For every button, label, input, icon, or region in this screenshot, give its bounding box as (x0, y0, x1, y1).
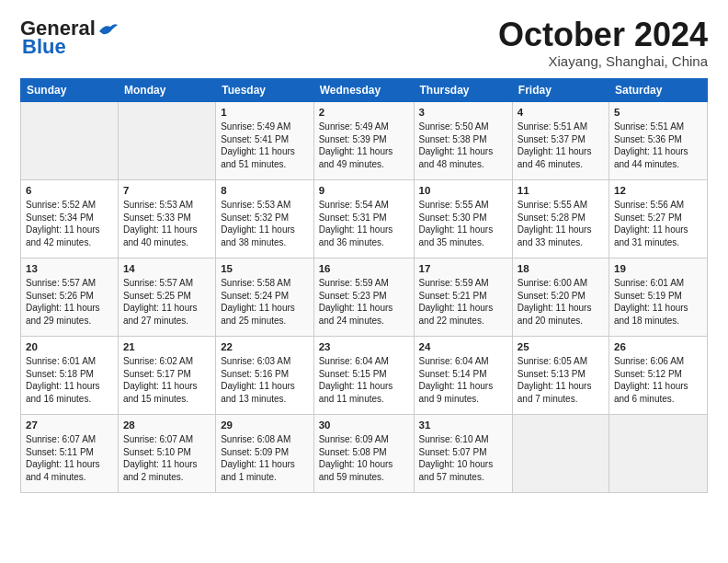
table-row: 13Sunrise: 5:57 AMSunset: 5:26 PMDayligh… (21, 258, 119, 336)
day-info: Daylight: 11 hours and 42 minutes. (26, 224, 113, 248)
logo-blue: Blue (22, 35, 66, 59)
day-info: Sunset: 5:28 PM (518, 212, 604, 224)
day-info: Sunset: 5:38 PM (419, 133, 507, 146)
col-tuesday: Tuesday (216, 78, 314, 101)
day-info: Sunrise: 6:09 AM (319, 433, 409, 446)
day-number: 30 (319, 419, 409, 433)
day-info: Sunrise: 5:55 AM (518, 199, 604, 212)
day-info: Sunset: 5:08 PM (319, 446, 409, 459)
day-info: Sunset: 5:11 PM (26, 446, 113, 459)
day-number: 14 (123, 262, 210, 277)
day-info: Daylight: 11 hours and 4 minutes. (26, 458, 113, 483)
day-info: Daylight: 11 hours and 35 minutes. (419, 224, 507, 248)
day-info: Sunset: 5:31 PM (319, 212, 409, 224)
table-row: 18Sunrise: 6:00 AMSunset: 5:20 PMDayligh… (512, 258, 609, 336)
calendar-week-row: 6Sunrise: 5:52 AMSunset: 5:34 PMDaylight… (21, 179, 708, 258)
day-number: 5 (614, 106, 702, 121)
day-info: Sunset: 5:30 PM (419, 212, 507, 224)
col-saturday: Saturday (609, 78, 707, 101)
table-row: 10Sunrise: 5:55 AMSunset: 5:30 PMDayligh… (414, 179, 512, 258)
day-info: Sunrise: 5:52 AM (26, 199, 113, 212)
table-row: 22Sunrise: 6:03 AMSunset: 5:16 PMDayligh… (216, 336, 314, 414)
day-info: Daylight: 11 hours and 44 minutes. (614, 145, 702, 170)
day-info: Sunrise: 5:57 AM (123, 277, 210, 290)
day-number: 7 (123, 184, 210, 199)
table-row: 15Sunrise: 5:58 AMSunset: 5:24 PMDayligh… (216, 258, 314, 336)
day-info: Sunrise: 5:50 AM (419, 121, 507, 133)
day-info: Daylight: 11 hours and 33 minutes. (518, 224, 604, 248)
day-info: Sunrise: 5:49 AM (221, 121, 309, 133)
day-number: 13 (26, 262, 113, 277)
table-row: 14Sunrise: 5:57 AMSunset: 5:25 PMDayligh… (118, 258, 215, 336)
table-row: 29Sunrise: 6:08 AMSunset: 5:09 PMDayligh… (216, 414, 314, 492)
table-row: 1Sunrise: 5:49 AMSunset: 5:41 PMDaylight… (216, 101, 314, 179)
day-info: Daylight: 11 hours and 9 minutes. (419, 380, 507, 405)
day-number: 17 (419, 262, 507, 277)
day-info: Daylight: 11 hours and 40 minutes. (123, 224, 210, 248)
calendar-header-row: Sunday Monday Tuesday Wednesday Thursday… (21, 78, 708, 101)
table-row: 27Sunrise: 6:07 AMSunset: 5:11 PMDayligh… (21, 414, 119, 492)
day-info: Daylight: 11 hours and 20 minutes. (518, 302, 604, 327)
location: Xiayang, Shanghai, China (498, 53, 708, 69)
day-info: Sunset: 5:07 PM (419, 446, 507, 459)
day-number: 18 (518, 262, 604, 277)
day-info: Daylight: 11 hours and 6 minutes. (614, 380, 702, 405)
day-number: 25 (518, 340, 604, 355)
table-row: 24Sunrise: 6:04 AMSunset: 5:14 PMDayligh… (414, 336, 512, 414)
day-info: Daylight: 10 hours and 57 minutes. (419, 458, 507, 483)
day-number: 21 (123, 340, 210, 355)
table-row: 21Sunrise: 6:02 AMSunset: 5:17 PMDayligh… (118, 336, 215, 414)
day-info: Daylight: 11 hours and 24 minutes. (319, 302, 409, 327)
day-number: 1 (221, 106, 309, 121)
day-info: Sunset: 5:10 PM (123, 446, 210, 459)
col-thursday: Thursday (414, 78, 512, 101)
day-info: Daylight: 11 hours and 48 minutes. (419, 145, 507, 170)
day-info: Daylight: 11 hours and 27 minutes. (123, 302, 210, 327)
day-number: 26 (614, 340, 702, 355)
day-number: 3 (419, 106, 507, 121)
header: General Blue October 2024 Xiayang, Shang… (20, 17, 708, 69)
day-info: Sunset: 5:18 PM (26, 368, 113, 381)
day-number: 29 (221, 419, 309, 433)
day-number: 11 (518, 184, 604, 199)
day-number: 27 (26, 419, 113, 433)
day-info: Sunrise: 6:05 AM (518, 355, 604, 368)
calendar-week-row: 13Sunrise: 5:57 AMSunset: 5:26 PMDayligh… (21, 258, 708, 336)
day-info: Sunset: 5:09 PM (221, 446, 309, 459)
table-row (609, 414, 707, 492)
day-number: 31 (419, 419, 507, 433)
day-info: Sunset: 5:39 PM (319, 133, 409, 146)
day-info: Sunset: 5:36 PM (614, 133, 702, 146)
day-info: Daylight: 11 hours and 38 minutes. (221, 224, 309, 248)
day-info: Sunset: 5:24 PM (221, 290, 309, 303)
table-row: 26Sunrise: 6:06 AMSunset: 5:12 PMDayligh… (609, 336, 707, 414)
day-info: Daylight: 11 hours and 49 minutes. (319, 145, 409, 170)
col-friday: Friday (512, 78, 609, 101)
calendar-week-row: 1Sunrise: 5:49 AMSunset: 5:41 PMDaylight… (21, 101, 708, 179)
day-info: Daylight: 11 hours and 25 minutes. (221, 302, 309, 327)
day-info: Daylight: 11 hours and 29 minutes. (26, 302, 113, 327)
day-info: Daylight: 11 hours and 15 minutes. (123, 380, 210, 405)
day-number: 2 (319, 106, 409, 121)
table-row: 12Sunrise: 5:56 AMSunset: 5:27 PMDayligh… (609, 179, 707, 258)
day-info: Sunrise: 6:10 AM (419, 433, 507, 446)
table-row: 3Sunrise: 5:50 AMSunset: 5:38 PMDaylight… (414, 101, 512, 179)
day-info: Daylight: 11 hours and 1 minute. (221, 458, 309, 483)
col-monday: Monday (118, 78, 215, 101)
day-number: 15 (221, 262, 309, 277)
day-info: Sunrise: 5:57 AM (26, 277, 113, 290)
day-number: 28 (123, 419, 210, 433)
day-info: Sunrise: 6:04 AM (419, 355, 507, 368)
table-row (118, 101, 215, 179)
calendar-table: Sunday Monday Tuesday Wednesday Thursday… (20, 78, 708, 493)
day-info: Daylight: 11 hours and 51 minutes. (221, 145, 309, 170)
day-info: Sunset: 5:26 PM (26, 290, 113, 303)
day-info: Daylight: 11 hours and 18 minutes. (614, 302, 702, 327)
day-info: Sunset: 5:34 PM (26, 212, 113, 224)
table-row: 2Sunrise: 5:49 AMSunset: 5:39 PMDaylight… (313, 101, 414, 179)
table-row (21, 101, 119, 179)
table-row: 8Sunrise: 5:53 AMSunset: 5:32 PMDaylight… (216, 179, 314, 258)
day-info: Sunset: 5:15 PM (319, 368, 409, 381)
day-number: 6 (26, 184, 113, 199)
day-info: Sunset: 5:17 PM (123, 368, 210, 381)
